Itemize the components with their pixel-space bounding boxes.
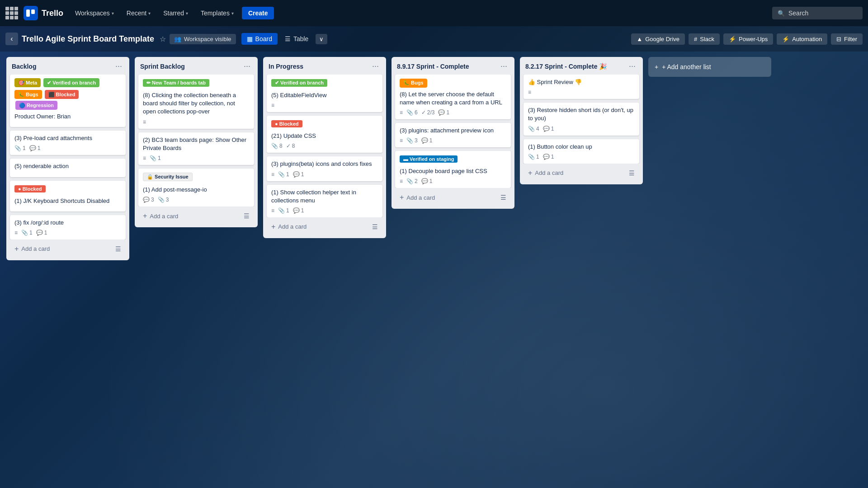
card-in-progress-1[interactable]: ✔ Verified on branch (5) EditableFieldVi… — [267, 75, 382, 112]
label-meta: 🎯 Meta — [14, 78, 41, 87]
card-ip1-desc: ≡ — [271, 102, 274, 108]
slack-label: Slack — [700, 36, 714, 42]
starred-menu[interactable]: Starred ▾ — [159, 7, 193, 19]
card-s89-1-desc: ≡ — [400, 109, 403, 116]
card-sb3-comments: 💬 3 — [143, 197, 154, 203]
automation-button[interactable]: ⚡ Automation — [777, 33, 827, 45]
column-sprint-82-menu-button[interactable]: ··· — [627, 61, 637, 71]
badge-verified-on-branch: ✔ Verified on branch — [271, 79, 327, 87]
templates-menu[interactable]: Templates ▾ — [196, 7, 238, 19]
view-more-button[interactable]: ∨ — [316, 34, 327, 44]
google-drive-button[interactable]: ▲ Google Drive — [631, 33, 685, 45]
create-button[interactable]: Create — [242, 7, 274, 19]
add-card-sprint89-button[interactable]: + Add a card ☰ — [395, 190, 511, 205]
slack-icon: # — [694, 36, 697, 42]
add-card-sprint82-button[interactable]: + Add a card ☰ — [524, 165, 639, 181]
add-list-button[interactable]: + + Add another list — [648, 57, 771, 77]
card-backlog-3[interactable]: (5) renderable action — [10, 159, 126, 177]
trello-logo-icon — [24, 6, 38, 20]
column-backlog: Backlog ··· 🎯 Meta ✔ Verified on branch … — [6, 57, 129, 260]
add-card-82-icon: + — [528, 169, 532, 177]
card-s82-3-comments: 💬 1 — [543, 154, 554, 160]
column-sprint-89: 8.9.17 Sprint - Complete ··· 🐛 Bugs (8) … — [392, 57, 514, 209]
card-backlog-1[interactable]: 🎯 Meta ✔ Verified on branch 🐛 Bugs ⬛ Blo… — [10, 75, 126, 127]
card-in-progress-4-title: (1) Show collection helper text in colle… — [271, 188, 378, 205]
star-button[interactable]: ☆ — [160, 35, 166, 43]
card-sprint-backlog-3[interactable]: 🔒 Security Issue (1) Add post-message-io… — [138, 169, 254, 206]
add-card-sprint-icon: + — [143, 212, 147, 220]
add-list-label: + Add another list — [662, 63, 711, 70]
board-tab-icon: ▦ — [247, 35, 253, 42]
card-backlog-3-title: (5) renderable action — [14, 162, 121, 170]
add-card-backlog-button[interactable]: + Add a card ☰ — [10, 241, 126, 257]
card-sprint89-3[interactable]: ▬ Verified on staging (1) Decouple board… — [395, 151, 511, 188]
card-in-progress-2[interactable]: ● Blocked (21) Update CSS 📎 8 ✓ 8 — [267, 116, 382, 153]
card-sb2-desc: ≡ — [143, 155, 146, 161]
badge-verified-staging: ▬ Verified on staging — [400, 155, 458, 163]
add-card-in-progress-button[interactable]: + Add a card ☰ — [267, 219, 382, 235]
card-in-progress-3-title: (3) plugins(beta) icons and colors fixes — [271, 160, 378, 168]
trello-logo[interactable]: Trello — [24, 6, 63, 20]
add-card-ip-icon: + — [271, 223, 275, 231]
card-sprint82-3-title: (1) Button color clean up — [528, 143, 635, 151]
card-backlog-4[interactable]: ● Blocked (1) J/K Keyboard Shortcuts Dis… — [10, 181, 126, 211]
column-sprint-backlog-menu-button[interactable]: ··· — [242, 61, 252, 71]
card-s89-2-desc: ≡ — [400, 137, 403, 144]
card-89-template-icon[interactable]: ☰ — [500, 194, 506, 201]
card-backlog-5-attachments: 📎 1 — [21, 230, 33, 236]
tab-board[interactable]: ▦ Board — [241, 33, 278, 45]
workspace-visibility[interactable]: 👥 Workspace visible — [170, 34, 236, 44]
card-sprint89-1[interactable]: 🐛 Bugs (8) Let the server choose the def… — [395, 75, 511, 119]
workspaces-menu[interactable]: Workspaces ▾ — [71, 7, 118, 19]
label-blocked: ⬛ Blocked — [45, 90, 79, 99]
column-in-progress-menu-button[interactable]: ··· — [370, 61, 381, 71]
card-s89-1-comments: 💬 1 — [438, 109, 449, 116]
card-backlog-2[interactable]: (3) Pre-load card attachments 📎 1 💬 1 — [10, 131, 126, 155]
card-template-icon[interactable]: ☰ — [115, 245, 121, 253]
card-sprint89-2[interactable]: (3) plugins: attachment preview icon ≡ 📎… — [395, 123, 511, 147]
card-sprint82-2[interactable]: (3) Restore hidden short ids (or don't, … — [524, 103, 639, 135]
board-view-tabs: ▦ Board ☰ Table ∨ — [241, 33, 328, 45]
card-sprint-template-icon[interactable]: ☰ — [244, 212, 250, 220]
search-icon: 🔍 — [778, 10, 785, 17]
apps-grid-icon[interactable] — [5, 7, 18, 19]
card-sprint-backlog-1[interactable]: ✏ New Team / boards tab (8) Clicking the… — [138, 75, 254, 129]
board-back-button[interactable]: ‹ — [5, 33, 18, 45]
card-ip3-attachments: 📎 1 — [278, 171, 289, 178]
recent-menu[interactable]: Recent ▾ — [122, 7, 155, 19]
navbar: Trello Workspaces ▾ Recent ▾ Starred ▾ T… — [0, 0, 868, 26]
card-backlog-5[interactable]: (3) fix /org/:id route ≡ 📎 1 💬 1 — [10, 215, 126, 239]
board-tab-label: Board — [255, 35, 272, 42]
power-ups-button[interactable]: ⚡ Power-Ups — [723, 33, 773, 45]
card-sprint82-3[interactable]: (1) Button color clean up 📎 1 💬 1 — [524, 139, 639, 164]
card-82-template-icon[interactable]: ☰ — [629, 169, 635, 177]
column-in-progress: In Progress ··· ✔ Verified on branch (5)… — [263, 57, 386, 238]
card-sprint-backlog-2-title: (2) BC3 team boards page: Show Other Pri… — [143, 136, 250, 152]
card-s89-1-attachments: 📎 6 — [406, 109, 418, 116]
card-s82-3-attachments: 📎 1 — [528, 154, 539, 160]
add-card-icon: + — [14, 245, 19, 253]
templates-chevron-icon: ▾ — [231, 11, 234, 16]
card-sprint-backlog-2[interactable]: (2) BC3 team boards page: Show Other Pri… — [138, 132, 254, 165]
card-backlog-5-comments: 💬 1 — [36, 230, 47, 236]
search-box[interactable]: 🔍 Search — [772, 7, 863, 19]
card-s89-3-comments: 💬 1 — [421, 178, 433, 184]
card-s82-2-comments: 💬 1 — [543, 126, 554, 132]
card-in-progress-4[interactable]: (1) Show collection helper text in colle… — [267, 185, 382, 217]
card-sprint-backlog-3-title: (1) Add post-message-io — [143, 186, 250, 194]
add-card-89-icon: + — [400, 193, 404, 202]
filter-button[interactable]: ⊟ Filter — [831, 33, 863, 45]
card-ip-template-icon[interactable]: ☰ — [372, 223, 378, 230]
card-in-progress-3[interactable]: (3) plugins(beta) icons and colors fixes… — [267, 156, 382, 181]
badge-blocked-2: ● Blocked — [271, 120, 302, 127]
card-sprint89-3-title: (1) Decouple board page list CSS — [400, 167, 506, 175]
tab-table[interactable]: ☰ Table — [279, 33, 314, 45]
card-ip4-comments: 💬 1 — [293, 207, 304, 214]
column-sprint-89-menu-button[interactable]: ··· — [499, 61, 509, 71]
card-sprint82-1[interactable]: 👍 Sprint Review 👎 ≡ — [524, 75, 639, 99]
add-list-icon: + — [655, 63, 658, 70]
slack-button[interactable]: # Slack — [689, 33, 720, 45]
add-card-sprint-backlog-button[interactable]: + Add a card ☰ — [138, 208, 254, 224]
card-sb1-desc: ≡ — [143, 119, 146, 125]
column-backlog-menu-button[interactable]: ··· — [113, 61, 124, 71]
